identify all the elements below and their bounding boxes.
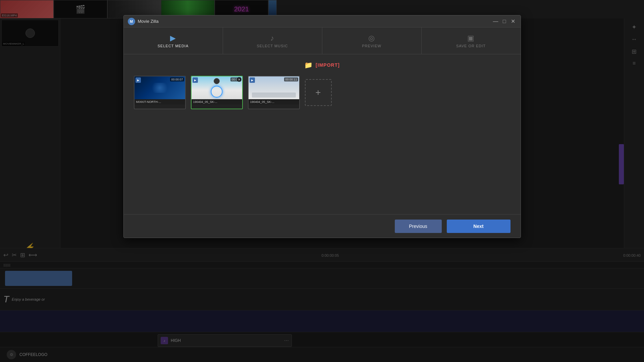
step-music-icon: ♪ xyxy=(270,34,274,43)
media-grid: ▶ 00:00:07 MIXKIT-NORTH-... xyxy=(134,76,511,207)
step-media-label: SELECT MEDIA xyxy=(158,44,189,48)
modal-maximize-button[interactable]: □ xyxy=(501,18,508,25)
media-card-1[interactable]: ▶ 00:00:07 MIXKIT-NORTH-... xyxy=(134,76,186,109)
media-close-2[interactable]: ✕ xyxy=(237,77,241,82)
step-save-label: SAVE OR EDIT xyxy=(456,44,486,48)
step-save-or-edit[interactable]: ▣ SAVE OR EDIT xyxy=(422,27,521,54)
modal-footer: Previous Next xyxy=(124,214,521,238)
add-media-card[interactable]: + xyxy=(305,79,332,106)
media-thumb-3: ▶ 00:00:11 xyxy=(249,76,299,99)
step-preview-icon: ◎ xyxy=(368,34,375,43)
modal-steps: ▶ SELECT MEDIA ♪ SELECT MUSIC ◎ PREVIEW … xyxy=(124,27,521,54)
next-button[interactable]: Next xyxy=(447,220,511,233)
modal-logo: M xyxy=(128,18,135,25)
step-select-media[interactable]: ▶ SELECT MEDIA xyxy=(124,27,223,54)
step-media-icon: ▶ xyxy=(170,34,176,43)
media-type-badge-1: ▶ xyxy=(136,77,141,83)
modal-titlebar: M Movie Zilla — □ ✕ xyxy=(124,15,521,27)
media-type-badge-3: ▶ xyxy=(250,77,255,83)
add-icon: + xyxy=(315,87,321,98)
import-button[interactable]: 📁 [IMPORT] xyxy=(304,61,340,69)
modal-title: Movie Zilla xyxy=(138,19,492,24)
media-label-1: MIXKIT-NORTH-... xyxy=(135,99,185,105)
modal-overlay: M Movie Zilla — □ ✕ ▶ SELECT MEDIA xyxy=(0,0,644,362)
media-duration-1: 00:00:07 xyxy=(170,77,184,81)
modal-body: 📁 [IMPORT] ▶ 00:00:07 MIXKIT-NORTH-... xyxy=(124,54,521,214)
import-label: [IMPORT] xyxy=(316,62,340,68)
previous-button[interactable]: Previous xyxy=(395,220,442,233)
media-card-2[interactable]: ▶ 00:00: ✕ 190404_05_SK-... xyxy=(191,76,243,109)
media-label-3: 190404_05_SK-... xyxy=(249,99,299,105)
step-music-label: SELECT MUSIC xyxy=(257,44,288,48)
step-preview-label: PREVIEW xyxy=(362,44,381,48)
modal-controls: — □ ✕ xyxy=(492,18,517,25)
media-thumb-1: ▶ 00:00:07 xyxy=(135,76,185,99)
media-duration-3: 00:00:11 xyxy=(284,77,298,81)
media-label-2: 190404_05_SK-... xyxy=(192,99,242,105)
modal-dialog: M Movie Zilla — □ ✕ ▶ SELECT MEDIA xyxy=(123,15,521,238)
modal-minimize-button[interactable]: — xyxy=(492,18,499,25)
media-type-badge-2: ▶ xyxy=(193,77,198,83)
step-save-icon: ▣ xyxy=(467,34,475,43)
import-bar: 📁 [IMPORT] xyxy=(134,61,511,69)
media-card-3[interactable]: ▶ 00:00:11 190404_05_SK-... xyxy=(248,76,300,109)
media-thumb-2: ▶ 00:00: ✕ xyxy=(192,76,242,99)
step-select-music[interactable]: ♪ SELECT MUSIC xyxy=(223,27,322,54)
folder-icon: 📁 xyxy=(304,61,313,69)
step-preview[interactable]: ◎ PREVIEW xyxy=(322,27,422,54)
modal-close-button[interactable]: ✕ xyxy=(510,18,517,25)
